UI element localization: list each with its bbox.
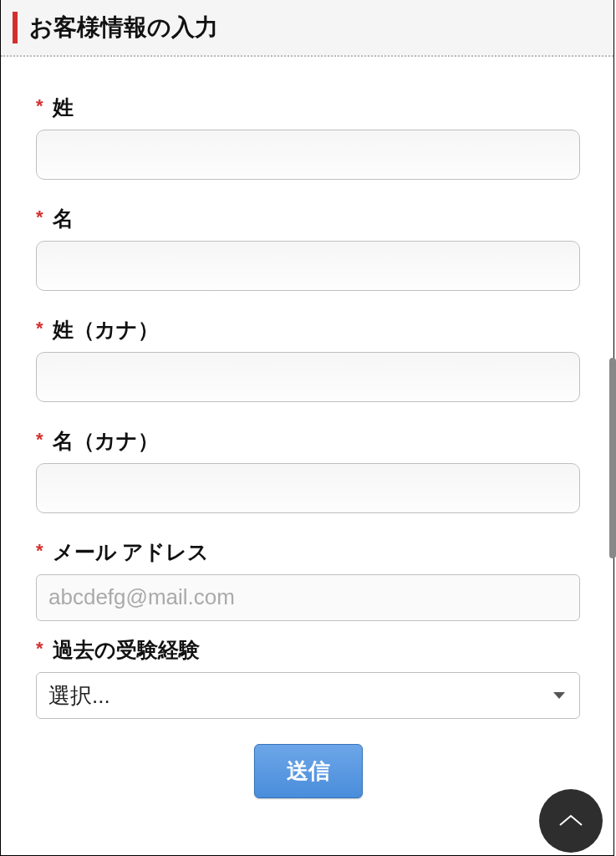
submit-button[interactable]: 送信	[254, 744, 363, 798]
label-exam-history: * 過去の受験経験	[36, 636, 580, 664]
input-last-name-kana[interactable]	[36, 352, 580, 402]
section-header-inner: お客様情報の入力	[13, 12, 603, 43]
section-title: お客様情報の入力	[29, 12, 603, 43]
field-last-name-kana: * 姓（カナ）	[36, 316, 580, 402]
label-text-last-name: 姓	[53, 95, 74, 119]
input-first-name-kana[interactable]	[36, 463, 580, 513]
input-first-name[interactable]	[36, 241, 580, 291]
scroll-to-top-button[interactable]	[539, 789, 603, 853]
section-header: お客様情報の入力	[1, 0, 613, 57]
scrollbar-thumb[interactable]	[609, 358, 616, 558]
label-text-exam-history: 過去の受験経験	[53, 638, 200, 661]
label-text-first-name-kana: 名（カナ）	[53, 429, 159, 452]
label-first-name: * 名	[36, 205, 580, 232]
form-frame: お客様情報の入力 * 姓 * 名 * 姓（カナ）	[0, 0, 614, 856]
input-email[interactable]	[36, 574, 580, 621]
label-text-last-name-kana: 姓（カナ）	[53, 318, 159, 341]
select-exam-history[interactable]: 選択...	[36, 672, 580, 719]
label-last-name-kana: * 姓（カナ）	[36, 316, 580, 344]
required-mark: *	[36, 538, 43, 564]
field-email: * メール アドレス	[36, 538, 580, 621]
required-mark: *	[36, 205, 43, 231]
required-mark: *	[36, 427, 43, 453]
form-area: * 姓 * 名 * 姓（カナ） * 名（カナ）	[1, 57, 613, 798]
label-email: * メール アドレス	[36, 538, 580, 566]
required-mark: *	[36, 316, 43, 342]
field-last-name: * 姓	[36, 94, 580, 180]
input-last-name[interactable]	[36, 130, 580, 180]
submit-row: 送信	[36, 744, 580, 798]
select-wrap-exam-history: 選択...	[36, 672, 580, 719]
field-exam-history: * 過去の受験経験 選択...	[36, 636, 580, 719]
label-first-name-kana: * 名（カナ）	[36, 427, 580, 455]
required-mark: *	[36, 636, 43, 662]
label-text-email: メール アドレス	[53, 540, 210, 563]
field-first-name: * 名	[36, 205, 580, 291]
label-last-name: * 姓	[36, 94, 580, 121]
label-text-first-name: 名	[53, 206, 74, 230]
field-first-name-kana: * 名（カナ）	[36, 427, 580, 513]
chevron-up-icon	[558, 813, 583, 828]
required-mark: *	[36, 94, 43, 120]
